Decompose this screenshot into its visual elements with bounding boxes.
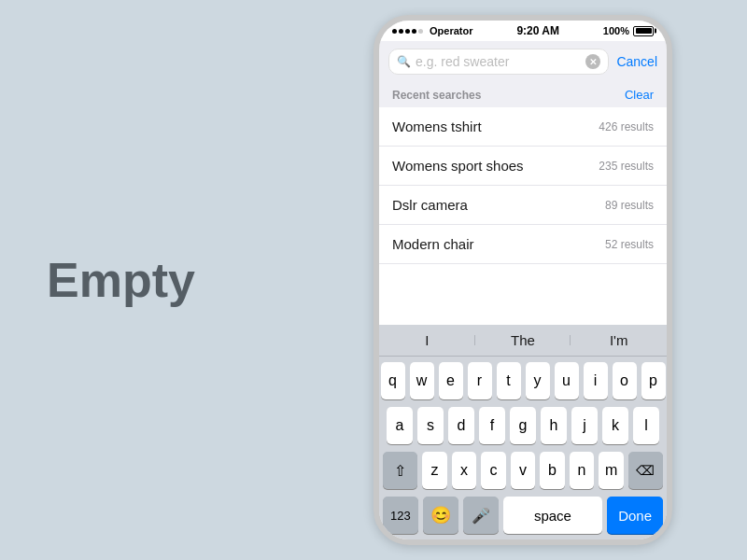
list-item[interactable]: Womens tshirt 426 results <box>379 107 667 147</box>
backspace-key[interactable]: ⌫ <box>628 452 663 489</box>
clear-input-button[interactable]: ✕ <box>585 54 600 69</box>
phone-screen: Operator 9:20 AM 100% 🔍 e.g. red sweater… <box>374 15 672 545</box>
list-item[interactable]: Modern chair 52 results <box>379 225 667 264</box>
battery-fill <box>636 28 652 34</box>
emoji-key[interactable]: 😊 <box>423 497 458 534</box>
key-n[interactable]: n <box>570 452 595 489</box>
keyboard-bottom-row: 123 😊 🎤 space Done <box>379 493 667 539</box>
done-key[interactable]: Done <box>607 497 663 534</box>
status-bar-right: 100% <box>603 25 654 36</box>
recent-searches-title: Recent searches <box>392 89 481 102</box>
content-area: Recent searches Clear Womens tshirt 426 … <box>379 82 667 325</box>
key-y[interactable]: y <box>526 362 550 399</box>
key-f[interactable]: f <box>479 407 505 444</box>
search-bar-area: 🔍 e.g. red sweater ✕ Cancel <box>379 41 667 82</box>
status-bar-left: Operator <box>392 25 472 36</box>
key-h[interactable]: h <box>541 407 567 444</box>
list-item[interactable]: Dslr camera 89 results <box>379 186 667 225</box>
empty-label: Empty <box>0 252 355 308</box>
phone-mockup: Operator 9:20 AM 100% 🔍 e.g. red sweater… <box>355 15 691 545</box>
key-q[interactable]: q <box>381 362 405 399</box>
shift-key[interactable]: ⇧ <box>383 452 417 489</box>
key-x[interactable]: x <box>452 452 477 489</box>
key-b[interactable]: b <box>540 452 565 489</box>
clear-button[interactable]: Clear <box>625 88 654 102</box>
battery-icon <box>633 26 654 36</box>
key-t[interactable]: t <box>497 362 521 399</box>
autocorrect-bar: I The I'm <box>379 325 667 357</box>
number-key[interactable]: 123 <box>383 497 418 534</box>
key-row-3: ⇧ z x c v b n m ⌫ <box>383 452 663 489</box>
key-r[interactable]: r <box>468 362 492 399</box>
key-row-2: a s d f g h j k l <box>383 407 663 444</box>
result-count: 89 results <box>605 199 654 212</box>
key-s[interactable]: s <box>417 407 444 444</box>
carrier-label: Operator <box>430 25 472 36</box>
key-v[interactable]: v <box>511 452 536 489</box>
key-p[interactable]: p <box>641 362 666 399</box>
key-c[interactable]: c <box>481 452 506 489</box>
key-a[interactable]: a <box>387 407 413 444</box>
space-key[interactable]: space <box>503 497 602 534</box>
key-m[interactable]: m <box>599 452 624 489</box>
time-label: 9:20 AM <box>516 24 559 37</box>
key-o[interactable]: o <box>613 362 637 399</box>
search-icon: 🔍 <box>397 55 411 68</box>
key-d[interactable]: d <box>448 407 474 444</box>
list-item[interactable]: Womens sport shoes 235 results <box>379 147 667 186</box>
mic-key[interactable]: 🎤 <box>463 497 499 534</box>
result-name: Modern chair <box>392 236 474 252</box>
result-name: Womens tshirt <box>392 119 482 134</box>
result-count: 52 results <box>605 238 654 251</box>
key-i[interactable]: i <box>584 362 608 399</box>
key-rows: q w e r t y u i o p a s d f g <box>379 357 667 493</box>
result-count: 235 results <box>599 160 654 173</box>
autocorrect-suggestion[interactable]: I'm <box>571 332 667 348</box>
cancel-button[interactable]: Cancel <box>616 54 657 69</box>
result-name: Dslr camera <box>392 197 468 213</box>
key-l[interactable]: l <box>633 407 659 444</box>
result-name: Womens sport shoes <box>392 158 524 174</box>
battery-percent: 100% <box>603 25 629 36</box>
autocorrect-suggestion[interactable]: The <box>475 332 571 348</box>
key-e[interactable]: e <box>439 362 463 399</box>
recent-searches-header: Recent searches Clear <box>379 82 667 107</box>
search-input-wrapper[interactable]: 🔍 e.g. red sweater ✕ <box>388 49 609 75</box>
keyboard: I The I'm q w e r t y u i o p <box>379 325 667 539</box>
key-g[interactable]: g <box>510 407 536 444</box>
result-count: 426 results <box>599 120 654 133</box>
search-placeholder: e.g. red sweater <box>416 54 581 69</box>
key-j[interactable]: j <box>571 407 598 444</box>
signal-icon <box>392 29 423 34</box>
key-row-1: q w e r t y u i o p <box>383 362 663 399</box>
key-z[interactable]: z <box>422 452 447 489</box>
key-u[interactable]: u <box>555 362 579 399</box>
status-bar: Operator 9:20 AM 100% <box>379 21 667 41</box>
key-w[interactable]: w <box>410 362 434 399</box>
key-k[interactable]: k <box>602 407 628 444</box>
autocorrect-suggestion[interactable]: I <box>379 332 475 348</box>
